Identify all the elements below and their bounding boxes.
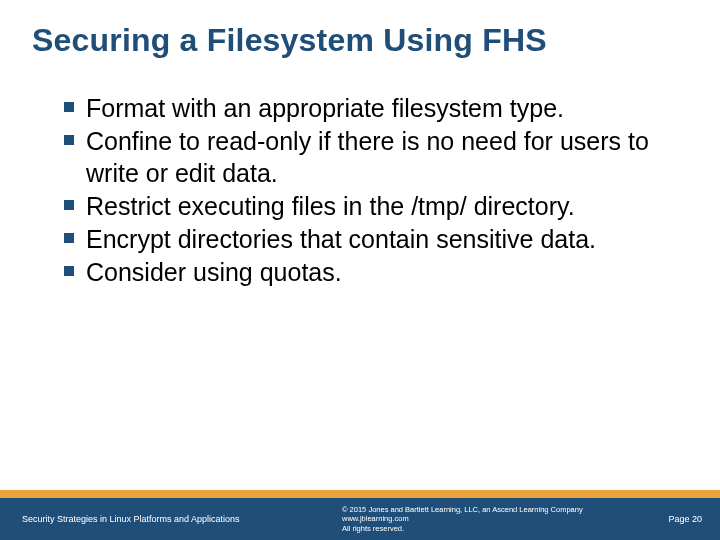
footer-left-text: Security Strategies in Linux Platforms a… <box>22 514 342 524</box>
list-item: Consider using quotas. <box>64 257 680 288</box>
footer-copyright: © 2015 Jones and Bartlett Learning, LLC,… <box>342 505 642 514</box>
slide: Securing a Filesystem Using FHS Format w… <box>0 0 720 540</box>
content-area: Format with an appropriate filesystem ty… <box>0 69 720 498</box>
bullet-list: Format with an appropriate filesystem ty… <box>64 93 680 289</box>
footer-url: www.jblearning.com <box>342 514 642 523</box>
list-item: Restrict executing files in the /tmp/ di… <box>64 191 680 222</box>
list-item: Confine to read-only if there is no need… <box>64 126 680 189</box>
footer-rights: All rights reserved. <box>342 524 642 533</box>
footer-page-number: Page 20 <box>642 514 702 524</box>
footer: Security Strategies in Linux Platforms a… <box>0 498 720 540</box>
footer-accent-bar <box>0 490 720 498</box>
list-item: Format with an appropriate filesystem ty… <box>64 93 680 124</box>
page-title: Securing a Filesystem Using FHS <box>0 0 720 69</box>
list-item: Encrypt directories that contain sensiti… <box>64 224 680 255</box>
footer-center: © 2015 Jones and Bartlett Learning, LLC,… <box>342 505 642 533</box>
